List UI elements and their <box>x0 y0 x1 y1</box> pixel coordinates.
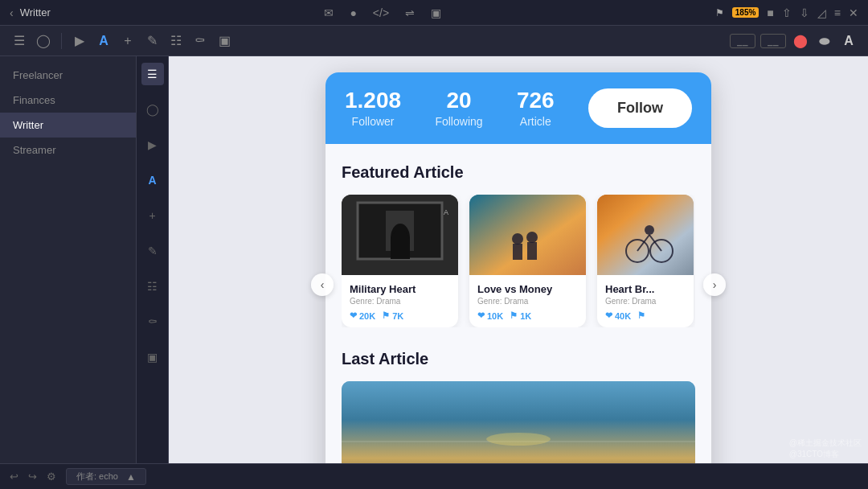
fill-control[interactable]: ⎯⎯ <box>760 34 786 48</box>
phone-preview: 1.208 Follower 20 Following 726 Article … <box>326 72 711 489</box>
title-bar-right: ⚑ 185% ■ ⇧ ⇩ ◿ ≡ ✕ <box>715 6 858 19</box>
menu-icon[interactable]: ≡ <box>834 6 841 19</box>
stroke-control[interactable]: ⎯⎯ <box>730 34 755 48</box>
document-panel-icon[interactable]: ▣ <box>141 346 164 368</box>
sidebar-item-finances[interactable]: Finances <box>0 88 136 113</box>
expand-icon[interactable]: ◿ <box>817 6 826 19</box>
shuffle-icon[interactable]: ⇌ <box>405 6 415 19</box>
canvas-wrapper: ‹ 1.208 Follower 20 Following 726 Articl… <box>169 56 868 489</box>
layers-panel-icon[interactable]: ☰ <box>141 63 164 85</box>
sidebar-item-writter[interactable]: Writter <box>0 113 136 138</box>
cursor-icon[interactable]: ▶ <box>70 33 89 48</box>
sidebar-item-streamer[interactable]: Streamer <box>0 138 136 162</box>
stroke-color-icon[interactable]: ⬬ <box>815 34 834 48</box>
article-card-military[interactable]: A Military Heart Genre: Drama ❤ 20K <box>342 195 458 327</box>
format-panel-icon[interactable]: ☷ <box>141 275 164 298</box>
bookmark-icon-military: ⚑ <box>382 310 390 321</box>
document-icon[interactable]: ▣ <box>215 33 234 48</box>
svg-point-16 <box>645 225 654 235</box>
divider <box>61 33 62 49</box>
article-info-love: Love vs Money Genre: Drama ❤ 10K ⚑ <box>469 275 586 327</box>
content-body: Featured Article <box>326 144 711 489</box>
sidebar-nav: Freelancer Finances Writter Streamer <box>0 56 136 169</box>
format-icon[interactable]: ☷ <box>166 33 186 48</box>
back-icon[interactable]: ‹ <box>10 6 14 19</box>
pen-icon[interactable]: ✎ <box>142 33 162 48</box>
bookmark-icon-heart: ⚑ <box>637 310 645 321</box>
code-icon[interactable]: </> <box>373 6 389 19</box>
close-icon[interactable]: ✕ <box>849 6 858 19</box>
article-stats-heart: ❤ 40K ⚑ <box>605 310 686 321</box>
article-image-military: A <box>342 195 458 275</box>
svg-point-7 <box>512 233 523 244</box>
content-area: ‹ 1.208 Follower 20 Following 726 Articl… <box>169 56 868 489</box>
grid-icon[interactable]: ■ <box>767 6 773 19</box>
article-label: Article <box>517 115 555 128</box>
text-style-icon[interactable]: A <box>839 34 858 48</box>
nav-arrow-left[interactable]: ‹ <box>311 273 334 296</box>
svg-point-3 <box>393 230 406 243</box>
status-label: 作者: echo <box>76 471 118 483</box>
sidebar: Freelancer Finances Writter Streamer <box>0 56 137 489</box>
nav-arrow-right[interactable]: › <box>703 273 726 296</box>
settings-icon[interactable]: ⚙ <box>47 471 56 483</box>
layers-icon[interactable]: ☰ <box>10 33 29 48</box>
likes-love: ❤ 10K <box>477 310 503 321</box>
follower-count: 1.208 <box>345 89 401 112</box>
history-icon[interactable]: ◯ <box>34 33 53 48</box>
article-title-military: Military Heart <box>350 283 450 295</box>
cursor-panel-icon[interactable]: ▶ <box>141 134 164 156</box>
main-layout: Freelancer Finances Writter Streamer ☰ ◯… <box>0 56 868 489</box>
article-info-military: Military Heart Genre: Drama ❤ 20K ⚑ <box>342 275 458 327</box>
bookmarks-military: ⚑ 7K <box>382 310 403 321</box>
bookmark-icon[interactable]: ▣ <box>431 6 441 19</box>
undo-icon[interactable]: ↩ <box>10 471 18 483</box>
article-stats-military: ❤ 20K ⚑ 7K <box>350 310 450 321</box>
article-card-heart[interactable]: Heart Br... Genre: Drama ❤ 40K ⚑ <box>597 195 694 327</box>
heart-icon-love: ❤ <box>477 310 485 321</box>
follower-stat: 1.208 Follower <box>345 89 401 128</box>
article-image-love <box>469 195 586 275</box>
watermark: @稀土掘金技术社区@31CTO博客 <box>789 438 862 460</box>
svg-rect-10 <box>527 242 537 260</box>
download-icon[interactable]: ⇩ <box>800 6 809 19</box>
svg-point-9 <box>526 232 538 243</box>
chat-icon[interactable]: ✉ <box>324 6 334 19</box>
article-info-heart: Heart Br... Genre: Drama ❤ 40K ⚑ <box>597 275 694 327</box>
location-icon[interactable]: ● <box>350 6 356 19</box>
redo-icon[interactable]: ↪ <box>28 471 37 483</box>
svg-rect-2 <box>386 211 414 251</box>
featured-section-title: Featured Article <box>342 163 695 182</box>
eyedropper-panel-icon[interactable]: ⚰ <box>141 310 164 333</box>
likes-heart: ❤ 40K <box>605 310 631 321</box>
eyedropper-icon[interactable]: ⚰ <box>190 33 210 48</box>
svg-rect-11 <box>597 195 694 275</box>
article-count: 726 <box>517 89 555 112</box>
fill-color-icon[interactable]: ⬤ <box>791 33 810 48</box>
article-genre-heart: Genre: Drama <box>605 297 686 306</box>
article-genre-military: Genre: Drama <box>350 297 450 306</box>
status-label-container: 作者: echo ▲ <box>66 468 146 485</box>
article-genre-love: Genre: Drama <box>477 297 578 306</box>
heart-icon-military: ❤ <box>350 310 357 321</box>
follow-button[interactable]: Follow <box>588 88 692 128</box>
sidebar-item-freelancer[interactable]: Freelancer <box>0 63 136 88</box>
app-title: Writter <box>20 6 51 18</box>
title-bar: ‹ Writter ✉ ● </> ⇌ ▣ ⚑ 185% ■ ⇧ ⇩ ◿ ≡ ✕ <box>0 0 868 26</box>
following-label: Following <box>435 115 482 128</box>
bookmarks-heart: ⚑ <box>637 310 645 321</box>
text-panel-icon[interactable]: A <box>141 169 164 191</box>
history-panel-icon[interactable]: ◯ <box>141 98 164 121</box>
text-icon[interactable]: A <box>94 34 113 48</box>
add-panel-icon[interactable]: + <box>141 204 164 227</box>
svg-point-19 <box>486 433 551 446</box>
pen-panel-icon[interactable]: ✎ <box>141 240 164 262</box>
last-article-title: Last Article <box>342 350 695 368</box>
add-icon[interactable]: + <box>118 34 137 48</box>
article-card-love[interactable]: Love vs Money Genre: Drama ❤ 10K ⚑ <box>469 195 586 327</box>
share-icon[interactable]: ⇧ <box>782 6 792 19</box>
title-bar-center: ✉ ● </> ⇌ ▣ <box>324 6 441 19</box>
article-image-heart <box>597 195 694 275</box>
zoom-flag: ⚑ <box>715 7 724 18</box>
expand-arrow-icon[interactable]: ▲ <box>126 471 136 483</box>
